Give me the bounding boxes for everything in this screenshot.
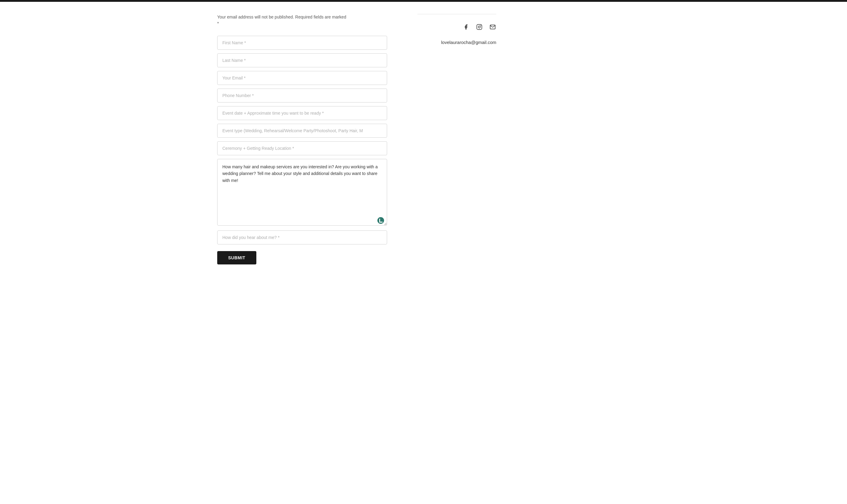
email-group	[217, 71, 387, 85]
event-type-group	[217, 124, 387, 138]
details-textarea[interactable]: How many hair and makeup services are yo…	[217, 159, 387, 226]
first-name-group	[217, 36, 387, 50]
event-date-group	[217, 106, 387, 120]
sidebar-email[interactable]: lovelaurarocha@gmail.com	[418, 40, 496, 45]
textarea-resize-icon	[377, 217, 384, 224]
hear-about-input[interactable]	[217, 231, 387, 245]
phone-group	[217, 89, 387, 103]
notice-text: Your email address will not be published…	[217, 14, 387, 27]
social-icons-group	[418, 23, 496, 31]
first-name-input[interactable]	[217, 36, 387, 50]
phone-input[interactable]	[217, 89, 387, 103]
ceremony-location-input[interactable]	[217, 141, 387, 155]
email-input[interactable]	[217, 71, 387, 85]
sidebar-divider	[418, 14, 496, 14]
facebook-icon[interactable]	[462, 23, 470, 31]
last-name-group	[217, 53, 387, 67]
sidebar: lovelaurarocha@gmail.com	[399, 14, 496, 265]
svg-point-2	[480, 25, 481, 26]
email-icon[interactable]	[489, 23, 496, 31]
instagram-icon[interactable]	[476, 23, 483, 31]
submit-button[interactable]: SUBMIT	[217, 251, 257, 265]
event-type-input[interactable]	[217, 124, 387, 138]
svg-rect-0	[477, 24, 482, 30]
details-group: How many hair and makeup services are yo…	[217, 159, 387, 227]
last-name-input[interactable]	[217, 53, 387, 67]
contact-form-section: Your email address will not be published…	[217, 14, 399, 265]
event-date-input[interactable]	[217, 106, 387, 120]
svg-point-1	[478, 26, 480, 28]
ceremony-location-group	[217, 141, 387, 155]
hear-about-group	[217, 231, 387, 245]
